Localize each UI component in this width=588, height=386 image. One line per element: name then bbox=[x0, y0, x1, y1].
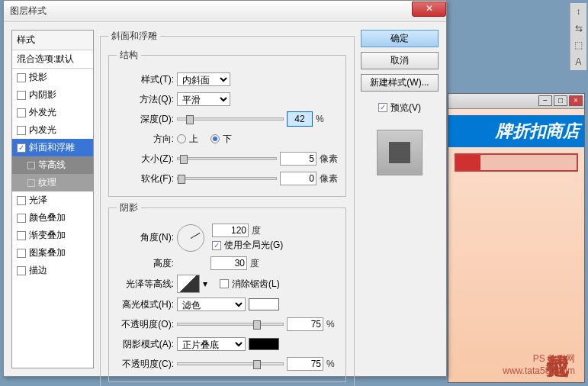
bevel-legend: 斜面和浮雕 bbox=[108, 30, 160, 43]
doc-titlebar: − □ × bbox=[448, 94, 584, 109]
style-label: 样式(T): bbox=[117, 73, 174, 86]
checkbox-icon[interactable] bbox=[17, 196, 26, 205]
style-item-bevel[interactable]: 斜面和浮雕 bbox=[12, 139, 93, 156]
sh-mode-label: 阴影模式(A): bbox=[117, 338, 174, 351]
watermark: PS 教程网 www.tata580.com bbox=[503, 352, 575, 376]
soften-slider[interactable] bbox=[177, 177, 277, 180]
angle-label: 角度(N): bbox=[117, 231, 174, 244]
depth-label: 深度(D): bbox=[117, 113, 174, 126]
checkbox-icon[interactable] bbox=[17, 143, 26, 153]
close-doc-button[interactable]: × bbox=[569, 95, 583, 106]
direction-label: 方向: bbox=[117, 133, 174, 146]
style-item-inner-glow[interactable]: 内发光 bbox=[12, 121, 93, 139]
soften-label: 软化(F): bbox=[117, 172, 174, 185]
maximize-button[interactable]: □ bbox=[554, 95, 567, 106]
layer-style-dialog: 图层样式 ✕ 样式 混合选项:默认 投影 内阴影 外发光 内发光 斜面和浮雕 等… bbox=[3, 0, 447, 377]
chevron-down-icon[interactable]: ▾ bbox=[203, 278, 207, 289]
altitude-input[interactable] bbox=[210, 256, 247, 270]
style-item-satin[interactable]: 光泽 bbox=[12, 191, 93, 209]
preview-label: 预览(V) bbox=[390, 101, 421, 114]
direction-up-radio[interactable] bbox=[177, 134, 186, 143]
checkbox-icon[interactable] bbox=[17, 91, 26, 100]
up-label: 上 bbox=[189, 133, 198, 146]
checkbox-icon[interactable] bbox=[17, 249, 26, 258]
shading-legend: 阴影 bbox=[117, 201, 141, 214]
depth-unit: % bbox=[316, 114, 324, 124]
checkbox-icon[interactable] bbox=[17, 266, 26, 275]
style-item-texture[interactable]: 纹理 bbox=[12, 174, 93, 191]
global-light-checkbox[interactable] bbox=[212, 241, 221, 250]
tool-icon-2[interactable]: ⇆ bbox=[572, 23, 585, 34]
style-item-outer-glow[interactable]: 外发光 bbox=[12, 104, 93, 121]
dialog-titlebar[interactable]: 图层样式 ✕ bbox=[4, 1, 446, 22]
square-icon bbox=[27, 179, 35, 187]
sh-color-swatch[interactable] bbox=[249, 338, 279, 350]
size-slider[interactable] bbox=[177, 157, 277, 160]
style-item-inner-shadow[interactable]: 内阴影 bbox=[12, 86, 93, 104]
tool-icon-3[interactable]: ⬚ bbox=[572, 40, 585, 50]
document-window: − □ × 牌折扣商店 他处我帮依 PS 教程网 www.tata580.com bbox=[448, 93, 585, 383]
technique-label: 方法(Q): bbox=[117, 93, 174, 106]
styles-list: 样式 混合选项:默认 投影 内阴影 外发光 内发光 斜面和浮雕 等高线 纹理 光… bbox=[11, 30, 94, 368]
hl-opacity-unit: % bbox=[326, 319, 335, 330]
sh-mode-select[interactable]: 正片叠底 bbox=[177, 337, 246, 351]
checkbox-icon[interactable] bbox=[17, 214, 26, 223]
right-toolbar: ↕ ⇆ ⬚ A bbox=[570, 3, 586, 70]
minimize-button[interactable]: − bbox=[538, 95, 552, 106]
banner-text: 牌折扣商店 bbox=[448, 115, 584, 147]
soften-input[interactable] bbox=[280, 172, 316, 185]
direction-down-radio[interactable] bbox=[210, 134, 220, 143]
angle-input[interactable] bbox=[212, 224, 249, 237]
ok-button[interactable]: 确定 bbox=[361, 30, 439, 47]
sh-opacity-input[interactable] bbox=[287, 357, 323, 371]
size-input[interactable] bbox=[280, 152, 316, 166]
style-select[interactable]: 内斜面 bbox=[177, 72, 230, 86]
style-item-drop-shadow[interactable]: 投影 bbox=[12, 69, 93, 86]
styles-header[interactable]: 样式 bbox=[12, 31, 93, 50]
structure-legend: 结构 bbox=[117, 49, 141, 62]
size-label: 大小(Z): bbox=[117, 153, 174, 166]
preview-checkbox[interactable] bbox=[378, 103, 387, 112]
hl-mode-select[interactable]: 滤色 bbox=[177, 298, 246, 311]
altitude-label: 高度: bbox=[117, 257, 174, 270]
depth-slider[interactable] bbox=[177, 117, 284, 121]
checkbox-icon[interactable] bbox=[17, 126, 26, 135]
sh-opacity-slider[interactable] bbox=[177, 362, 284, 365]
style-item-stroke[interactable]: 描边 bbox=[12, 262, 93, 279]
down-label: 下 bbox=[223, 133, 232, 146]
hl-mode-label: 高光模式(H): bbox=[117, 298, 174, 311]
style-item-pattern-overlay[interactable]: 图案叠加 bbox=[12, 244, 93, 262]
gloss-label: 光泽等高线: bbox=[117, 278, 174, 291]
antialias-checkbox[interactable] bbox=[220, 279, 229, 288]
style-item-gradient-overlay[interactable]: 渐变叠加 bbox=[12, 227, 93, 244]
depth-input[interactable] bbox=[288, 112, 311, 126]
tool-icon-1[interactable]: ↕ bbox=[572, 6, 585, 17]
gloss-contour-swatch[interactable] bbox=[177, 275, 200, 293]
style-item-contour[interactable]: 等高线 bbox=[12, 156, 93, 174]
hl-opacity-label: 不透明度(O): bbox=[117, 318, 174, 331]
hl-color-swatch[interactable] bbox=[249, 298, 279, 310]
hl-opacity-input[interactable] bbox=[287, 317, 323, 331]
angle-control[interactable] bbox=[177, 224, 204, 252]
blend-options-item[interactable]: 混合选项:默认 bbox=[12, 50, 93, 69]
cancel-button[interactable]: 取消 bbox=[361, 52, 439, 69]
checkbox-icon[interactable] bbox=[17, 108, 26, 117]
close-button[interactable]: ✕ bbox=[412, 2, 446, 17]
dialog-buttons: 确定 取消 新建样式(W)... 预览(V) bbox=[361, 30, 439, 368]
angle-unit: 度 bbox=[252, 224, 261, 237]
preview-swatch bbox=[377, 130, 423, 175]
soften-unit: 像素 bbox=[320, 172, 338, 185]
settings-panel: 斜面和浮雕 结构 样式(T): 内斜面 方法(Q): 平滑 深度(D): % 方… bbox=[100, 30, 355, 368]
technique-select[interactable]: 平滑 bbox=[177, 92, 230, 106]
style-item-color-overlay[interactable]: 颜色叠加 bbox=[12, 209, 93, 227]
global-light-label: 使用全局光(G) bbox=[224, 239, 283, 252]
sh-opacity-unit: % bbox=[326, 359, 335, 369]
tool-icon-4[interactable]: A bbox=[572, 56, 585, 67]
new-style-button[interactable]: 新建样式(W)... bbox=[361, 74, 439, 92]
shading-fieldset: 阴影 角度(N): 度 使用全局光(G) 高度: bbox=[108, 201, 346, 382]
checkbox-icon[interactable] bbox=[17, 231, 26, 240]
checkbox-icon[interactable] bbox=[17, 73, 26, 82]
hl-opacity-slider[interactable] bbox=[177, 323, 284, 326]
size-unit: 像素 bbox=[320, 153, 338, 166]
sh-opacity-label: 不透明度(C): bbox=[117, 358, 174, 371]
